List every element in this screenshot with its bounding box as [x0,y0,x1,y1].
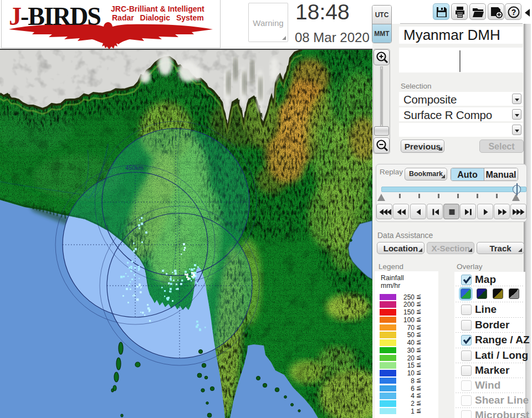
svg-text:?: ? [511,8,516,17]
svg-text:450km: 450km [125,164,144,171]
